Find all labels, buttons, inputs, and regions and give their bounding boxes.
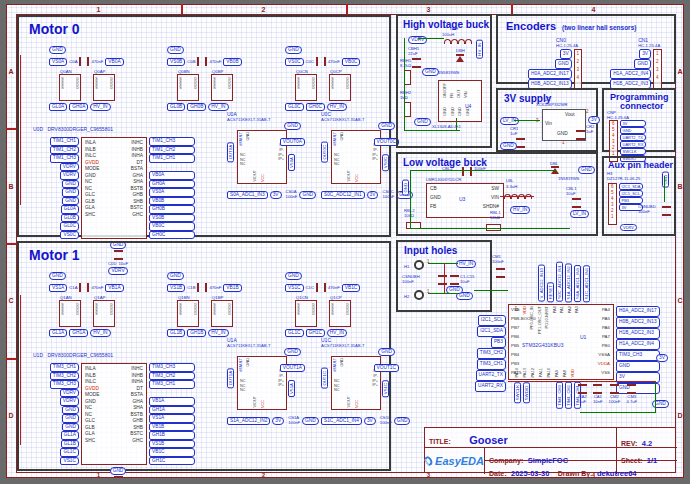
net-flag: GH1B: [149, 431, 195, 440]
pin-number: 1: [611, 214, 614, 220]
3v-flag: 3V: [364, 417, 376, 425]
mosfet-pins: DDDD: [228, 77, 232, 89]
net-flag: GH0B: [149, 205, 195, 214]
cap-value: 470nF: [209, 59, 221, 64]
pin-name: PA4: [578, 306, 610, 315]
net-flag: VB1C: [149, 448, 195, 457]
net-flag: GL1B: [61, 440, 79, 449]
half-bridge-phase: GND VS0A C0A 470nF VB0A Q0AN SSSS DDDD: [49, 37, 153, 111]
drawn-by-value: dekutree64: [597, 469, 637, 478]
capacitor-symbol: [662, 206, 671, 216]
mosfet-pins: DDDD: [228, 303, 232, 315]
pin-name: PF1-OSC_OUT: [537, 306, 542, 334]
cap-value: 100nF: [380, 420, 392, 425]
net-flag: TIM1_CH2: [149, 146, 195, 155]
gnd-flag: GND: [284, 122, 301, 130]
net-flag: GH1C: [306, 329, 325, 337]
inductor-ref: LBL: [506, 178, 513, 183]
net-flag: TIM3_CH3: [50, 380, 79, 389]
net-flag: H1B_ADC2_IN3: [616, 328, 660, 339]
net-flag: S0A_ADC1_IN3: [574, 265, 581, 302]
driver-right-nets: TIM3_CH3TIM3_CH2TIM3_CH1VB1AGH1AVS1AVB1B…: [149, 363, 195, 465]
pin-name: VCC: [355, 400, 359, 408]
net-flag: H0A_ADC2_IN17: [528, 69, 572, 79]
pin-name: #FAULT: [239, 358, 243, 372]
net-flag: TIM3_CH1: [149, 380, 195, 389]
net-flag: GH0A: [69, 103, 88, 111]
net-flag: GL0C: [285, 103, 304, 111]
current-sensors: U0A ACS711KEXLT-31AB-T GND #FAULT GND NC…: [227, 111, 397, 199]
gate-flags-row: GL0C GH0C HV_IN: [285, 103, 389, 111]
mosfet-pins: SSSS: [179, 303, 183, 315]
mosfet-pins: SSSS: [61, 77, 65, 89]
net-flag: VS1C: [285, 284, 304, 292]
cap-ref: C1B: [187, 285, 195, 290]
driver-left-nets: TIM3_CH1TIM3_CH2TIM3_CH3VDRVVDRVGNDGNDGN…: [33, 363, 79, 465]
title-block: TITLE: Gooser REV: 4.2 EasyEDA Company: …: [424, 427, 676, 473]
pin-name: PA8: [562, 370, 567, 377]
cap-labels: CR2 1uF: [586, 124, 594, 134]
capacitor-symbol: [197, 57, 207, 66]
pin-name: FB: [449, 83, 454, 98]
wire: [508, 381, 656, 382]
mosfet-pins: DDDD: [194, 303, 198, 315]
mosfet-pair: Q0BN SSSS DDDD Q0BP SSSS DDDD: [177, 74, 271, 101]
easyeda-logo-text: EasyEDA: [435, 455, 484, 467]
net-flag: TIM3_CH2: [149, 372, 195, 381]
pin-name: GND: [442, 107, 447, 116]
gnd-flag: GND: [414, 118, 431, 126]
resistor-labels: RBH2 1kΩ: [400, 90, 411, 100]
cap-value: 470nF: [328, 59, 340, 64]
bootstrap-row: VS0A C0A 470nF VB0A: [49, 57, 153, 66]
net-flag: GL1C: [60, 448, 79, 457]
pin-names-nc: NC NC NC: [240, 153, 245, 167]
connector-pin-numbers: 654321: [612, 121, 615, 157]
capacitor-symbol: [462, 167, 472, 176]
mcu-part: STM32G431KBU3: [522, 342, 563, 348]
net-flag: GND: [634, 59, 651, 69]
net-flag: VS1A: [149, 414, 195, 423]
ic-left-pins: CBGNDFB: [430, 186, 441, 213]
net-flag: GND: [62, 188, 79, 197]
mosfet-low: Q0AN SSSS DDDD: [59, 74, 81, 101]
net-flag: I2C1_SDA: [619, 183, 644, 190]
3v-flag: 3V: [272, 417, 284, 425]
mounting-hole: [414, 290, 424, 300]
gnd-flag: GND: [110, 467, 127, 475]
pin-name: VIOUT: [253, 170, 257, 182]
section-encoders: Encoders (two linear hall sensors) CN0 H…: [496, 14, 676, 84]
schematic-title: Gooser: [469, 434, 508, 446]
mosfet-pins: SSSS: [297, 77, 301, 89]
mosfet-high: Q0AP SSSS DDDD: [93, 74, 115, 101]
mosfet-pair: Q1CN SSSS DDDD Q1CP SSSS DDDD: [295, 300, 389, 327]
mosfet-low: Q0CN SSSS DDDD: [295, 74, 317, 101]
net-flag: VDRV: [60, 389, 79, 398]
schematic-screenshot: 1234 1234 ABCD ABCD Motor 0 GND VS0A C0A…: [0, 0, 690, 484]
pin-name: PB8-BOOT0: [511, 315, 536, 324]
net-flag: UART2_RX: [475, 381, 506, 392]
net-flag: VS0C: [60, 231, 79, 240]
section-title: High voltage buck: [403, 19, 489, 30]
capacitor-symbol: [578, 384, 587, 394]
section-hv-buck: High voltage buck VDRV LBH 100uH CBH1 22…: [396, 14, 492, 148]
adc-net-flag: S1A_ADC12_IN2: [227, 417, 270, 425]
mosfet-high: Q0CP SSSS DDDD: [329, 74, 351, 101]
pin-name: PA9: [554, 370, 559, 377]
net-flag: GND: [620, 127, 647, 134]
sensor-output-row: S0A_ADC1_IN3 3V CS0A 100nF GND: [227, 189, 303, 199]
net-flag: H0B_ADC2_IN13: [616, 317, 660, 328]
net-flag: TIM3_CH3: [616, 350, 660, 361]
wire: [444, 263, 445, 293]
net-flag: TIM1_CH3: [149, 137, 195, 146]
pin-number: 4: [656, 74, 659, 82]
capacitor-symbol: [114, 476, 123, 484]
ic-part: LMR14006YDDCR: [426, 177, 461, 182]
easyeda-logo-icon: [423, 455, 434, 467]
resistor-value: 1kΩ: [400, 95, 411, 100]
net-flag: S1A_ADC12_IN2: [565, 263, 572, 302]
mosfet-pins: SSSS: [213, 77, 217, 89]
pin-name: VSSA: [578, 351, 610, 360]
mosfet-low: Q1CN SSSS DDDD: [295, 300, 317, 327]
ic-ref: U3: [459, 196, 465, 202]
mosfet-pins: DDDD: [110, 77, 114, 89]
